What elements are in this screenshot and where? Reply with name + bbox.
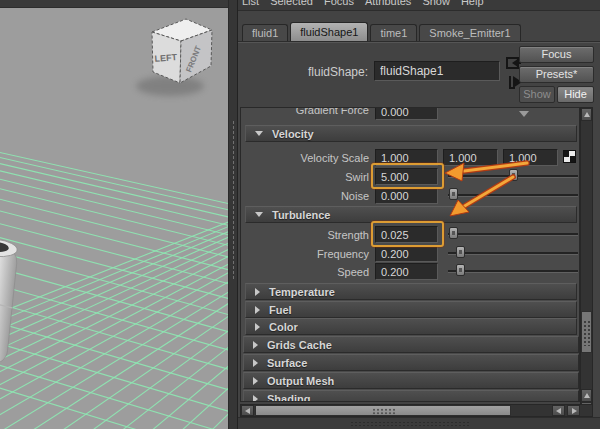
up-arrow-icon: [584, 112, 590, 117]
fluid-container-grid: [0, 92, 228, 429]
swirl-slider-handle[interactable]: [509, 169, 518, 181]
velocity-section-header[interactable]: Velocity: [245, 125, 577, 142]
vertical-scrollbar[interactable]: [580, 107, 593, 416]
attribute-editor: List Selected Focus Attributes Show Help…: [238, 0, 600, 429]
tab-fluidshape1[interactable]: fluidShape1: [290, 22, 368, 41]
tab-smoke-emitter1[interactable]: Smoke_Emitter1: [419, 24, 520, 41]
tab-time1[interactable]: time1: [370, 24, 417, 41]
grids-cache-section-title: Grids Cache: [267, 339, 332, 351]
right-arrow-icon: [572, 408, 577, 414]
turbulence-section-title: Turbulence: [272, 209, 330, 221]
show-button[interactable]: Show: [519, 86, 555, 103]
output-mesh-section-title: Output Mesh: [267, 375, 334, 387]
color-section-title: Color: [269, 321, 298, 333]
expanded-triangle-icon: [255, 131, 263, 136]
horizontal-scrollbar[interactable]: [240, 404, 593, 417]
viewport-scene: LEFT FRONT: [0, 0, 228, 429]
node-name-label: fluidShape:: [238, 65, 368, 79]
scroll-up-button-bottom[interactable]: [581, 389, 592, 402]
left-arrow-icon: [245, 408, 250, 414]
left-arrow-icon: [556, 408, 561, 414]
node-name-field[interactable]: [374, 61, 500, 81]
swirl-label: Swirl: [241, 171, 369, 183]
gradient-force-label: Gradient Force: [241, 107, 369, 116]
speed-label: Speed: [241, 266, 369, 278]
swirl-slider[interactable]: [448, 175, 578, 177]
panel-separator[interactable]: [228, 0, 238, 429]
collapsed-triangle-icon: [253, 359, 258, 367]
scroll-right-button[interactable]: [567, 405, 580, 416]
frequency-slider[interactable]: [448, 252, 578, 254]
fuel-section-title: Fuel: [269, 304, 292, 316]
scroll-left-button[interactable]: [241, 405, 254, 416]
frequency-field[interactable]: [375, 245, 438, 262]
collapsed-triangle-icon: [255, 323, 260, 331]
strength-label: Strength: [241, 229, 369, 241]
frequency-slider-handle[interactable]: [456, 246, 465, 258]
color-section-header[interactable]: Color: [245, 318, 577, 335]
surface-section-header[interactable]: Surface: [243, 354, 579, 371]
noise-slider[interactable]: [448, 194, 578, 196]
attribute-scroll-area[interactable]: Gradient Force Velocity Velocity Scale S…: [240, 107, 580, 402]
gradient-force-dropdown-icon[interactable]: [519, 111, 529, 117]
viewcube-shadow: [136, 76, 204, 96]
strength-highlight-box: [371, 221, 444, 247]
speed-field[interactable]: [375, 263, 438, 280]
temperature-section-title: Temperature: [269, 286, 335, 298]
velocity-scale-y-field[interactable]: [443, 149, 498, 166]
output-mesh-section-header[interactable]: Output Mesh: [243, 372, 579, 389]
velocity-section-title: Velocity: [272, 128, 314, 140]
menu-list[interactable]: List: [242, 0, 259, 5]
vertical-scrollbar-thumb[interactable]: [581, 311, 592, 353]
menu-focus[interactable]: Focus: [324, 0, 354, 5]
speed-slider[interactable]: [448, 270, 578, 272]
panel-bottom-edge: [238, 417, 600, 429]
velocity-scale-label: Velocity Scale: [241, 152, 369, 164]
shading-section-header[interactable]: Shading: [243, 390, 579, 402]
texture-map-button[interactable]: [563, 150, 576, 163]
resize-grip-icon[interactable]: [350, 421, 470, 427]
temperature-section-header[interactable]: Temperature: [245, 283, 577, 300]
gradient-force-field[interactable]: [375, 107, 438, 120]
velocity-scale-z-field[interactable]: [503, 149, 558, 166]
presets-button[interactable]: Presets*: [519, 66, 594, 83]
shading-section-title: Shading: [267, 393, 310, 403]
collapsed-triangle-icon: [255, 288, 260, 296]
grids-cache-section-header[interactable]: Grids Cache: [243, 336, 579, 353]
swirl-highlight-box: [371, 163, 444, 189]
noise-label: Noise: [241, 190, 369, 202]
up-arrow-icon: [584, 393, 590, 398]
horizontal-scrollbar-thumb[interactable]: [255, 405, 511, 416]
viewport-top-bar: [0, 0, 228, 8]
scroll-up-button[interactable]: [581, 108, 592, 121]
noise-slider-handle[interactable]: [449, 188, 458, 200]
menu-show[interactable]: Show: [422, 0, 450, 5]
maya-window: LEFT FRONT List Selected Focus Attribute…: [0, 0, 600, 429]
strength-slider[interactable]: [448, 233, 578, 235]
menu-selected[interactable]: Selected: [270, 0, 313, 5]
collapsed-triangle-icon: [255, 306, 260, 314]
strength-slider-handle[interactable]: [449, 227, 458, 239]
scroll-left-button-right[interactable]: [552, 405, 565, 416]
expanded-triangle-icon: [255, 212, 263, 217]
noise-field[interactable]: [375, 187, 438, 204]
separator-grip-icon: [232, 120, 235, 280]
hide-button[interactable]: Hide: [557, 86, 594, 103]
surface-section-title: Surface: [267, 357, 307, 369]
focus-button[interactable]: Focus: [519, 46, 594, 63]
frequency-label: Frequency: [241, 248, 369, 260]
collapsed-triangle-icon: [253, 377, 258, 385]
menu-attributes[interactable]: Attributes: [365, 0, 411, 5]
collapsed-triangle-icon: [253, 341, 258, 349]
speed-slider-handle[interactable]: [456, 264, 465, 276]
menu-help[interactable]: Help: [461, 0, 484, 5]
collapsed-triangle-icon: [253, 395, 258, 403]
tabbar-divider: [238, 41, 600, 42]
attribute-editor-menubar: List Selected Focus Attributes Show Help: [238, 0, 600, 11]
node-tabbar: fluid1 fluidShape1 time1 Smoke_Emitter1: [242, 21, 523, 41]
viewport-3d[interactable]: LEFT FRONT: [0, 0, 228, 429]
viewcube[interactable]: [152, 19, 212, 83]
viewcube-left-label: LEFT: [154, 52, 178, 64]
tab-fluid1[interactable]: fluid1: [242, 24, 288, 41]
fuel-section-header[interactable]: Fuel: [245, 301, 577, 318]
